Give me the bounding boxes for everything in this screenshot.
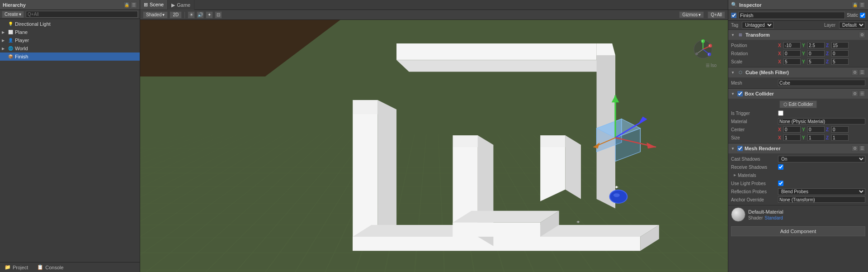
use-light-probes-checkbox[interactable] (778, 181, 783, 186)
position-label: Position (731, 43, 776, 48)
hierarchy-menu-icon[interactable]: ☰ (131, 2, 137, 8)
size-x-input[interactable] (783, 134, 801, 141)
box-collider-header[interactable]: ▼ Box Collider ⚙ ☰ (728, 89, 868, 99)
add-component-button[interactable]: Add Component (731, 226, 865, 236)
mesh-filter-settings-icon[interactable]: ⚙ (852, 69, 858, 76)
directional-light-icon: 💡 (7, 21, 14, 27)
mesh-renderer-enabled-checkbox[interactable] (737, 146, 743, 151)
transform-settings-icon[interactable]: ⚙ (859, 32, 865, 38)
scene-content: ✦ ✦ (140, 20, 728, 272)
scale-z-input[interactable] (831, 58, 849, 65)
object-enabled-checkbox[interactable] (731, 13, 736, 18)
inspector-menu-icon[interactable]: ☰ (859, 2, 865, 8)
mesh-renderer-header[interactable]: ▼ Mesh Renderer ⚙ ☰ (728, 143, 868, 153)
mesh-filter-menu-icon[interactable]: ☰ (859, 69, 865, 76)
hierarchy-item-finish[interactable]: 📦 Finish (0, 52, 140, 61)
2d-toggle-button[interactable]: 2D (170, 11, 182, 19)
plane-icon: ⬜ (7, 29, 14, 35)
rotation-y-input[interactable] (807, 50, 825, 57)
position-y-input[interactable] (807, 42, 825, 48)
sizex-letter: X (778, 135, 783, 140)
inspector-lock-icon[interactable]: 🔒 (852, 2, 858, 8)
layer-dropdown[interactable]: Default (839, 22, 865, 29)
cast-shadows-label: Cast Shadows (731, 157, 776, 162)
hierarchy-item-world[interactable]: ▶ 🌐 World (0, 44, 140, 52)
shader-value[interactable]: Standard (764, 215, 783, 220)
effects-toggle-icon[interactable]: ✦ (206, 11, 213, 19)
scene-tab[interactable]: ⊞ Scene (140, 0, 168, 10)
rotation-z-input[interactable] (831, 50, 849, 57)
position-x-input[interactable] (783, 42, 801, 48)
mesh-renderer-menu-icon[interactable]: ☰ (859, 145, 865, 152)
audio-toggle-icon[interactable]: 🔊 (197, 11, 204, 19)
scale-y-input[interactable] (807, 58, 825, 65)
scale-xyz: X Y Z (778, 58, 865, 65)
hierarchy-lock-icon[interactable]: 🔒 (123, 2, 130, 8)
hierarchy-search-input[interactable] (26, 11, 138, 18)
box-collider-title: Box Collider (745, 91, 850, 96)
object-name-input[interactable] (738, 12, 845, 19)
center-x-field: X (778, 126, 801, 133)
center-y-input[interactable] (807, 126, 825, 133)
mesh-filter-header[interactable]: ▼ ⬡ Cube (Mesh Filter) ⚙ ☰ (728, 67, 868, 77)
box-collider-enabled-checkbox[interactable] (737, 91, 743, 96)
scene-viewport[interactable]: ✦ ✦ Y X Z (140, 20, 728, 272)
game-tab[interactable]: ▶ Game (168, 0, 194, 10)
box-collider-settings-icon[interactable]: ⚙ (852, 91, 858, 97)
box-collider-body: ⬡ Edit Collider Is Trigger Material Cent… (728, 99, 868, 143)
shader-label: Shader (748, 215, 763, 220)
world-icon: 🌐 (7, 45, 14, 52)
z-letter: Z (826, 43, 830, 48)
box-collider-menu-icon[interactable]: ☰ (859, 91, 865, 97)
svg-marker-16 (565, 135, 581, 199)
center-z-input[interactable] (831, 126, 849, 133)
console-tab[interactable]: 📋 Console (33, 262, 68, 272)
light-toggle-icon[interactable]: ☀ (188, 11, 195, 19)
create-arrow-icon: ▾ (19, 12, 21, 17)
all-objects-filter[interactable]: Q+All (708, 11, 725, 19)
transform-header[interactable]: ▼ ⊞ Transform ⚙ (728, 30, 868, 40)
anchor-override-input[interactable] (778, 196, 865, 203)
static-checkbox[interactable] (860, 13, 865, 18)
reflection-probes-label: Reflection Probes (731, 189, 776, 194)
size-y-input[interactable] (807, 134, 825, 141)
inspector-header: 🔍 Inspector 🔒 ☰ (728, 0, 868, 10)
is-trigger-checkbox[interactable] (778, 110, 783, 116)
rotation-x-input[interactable] (783, 50, 801, 57)
center-x-input[interactable] (783, 126, 801, 133)
position-z-field: Z (826, 42, 849, 48)
size-z-input[interactable] (831, 134, 849, 141)
mesh-filter-body: Mesh (728, 77, 868, 88)
center-label: Center (731, 127, 776, 132)
collider-material-input[interactable] (778, 118, 865, 124)
scene-tab-icon: ⊞ (144, 2, 148, 8)
material-info: Default-Material Shader Standard (748, 209, 783, 220)
cz-letter: Z (826, 127, 830, 132)
size-label: Size (731, 135, 776, 140)
size-z-field: Z (826, 134, 849, 141)
overlay-toggle-icon[interactable]: ⊡ (215, 11, 222, 19)
position-z-input[interactable] (831, 42, 849, 48)
mesh-value-input[interactable] (778, 80, 865, 86)
y-letter: Y (802, 43, 807, 48)
hierarchy-item-player[interactable]: ▶ 👤 Player (0, 36, 140, 44)
game-tab-icon: ▶ (171, 2, 175, 8)
receive-shadows-checkbox[interactable] (778, 164, 783, 170)
shading-mode-button[interactable]: Shaded ▾ (143, 11, 168, 19)
hierarchy-toolbar: Create ▾ (0, 10, 140, 19)
hierarchy-item-plane[interactable]: ▶ ⬜ Plane (0, 28, 140, 36)
scene-gizmo[interactable]: Y X Z (692, 38, 714, 61)
tag-dropdown[interactable]: Untagged (742, 22, 774, 29)
scale-x-input[interactable] (783, 58, 801, 65)
project-tab[interactable]: 📁 Project (0, 262, 33, 272)
cast-shadows-select[interactable]: On (778, 156, 865, 162)
reflection-probes-select[interactable]: Blend Probes (778, 188, 865, 195)
hierarchy-item-directional-light[interactable]: 💡 Directional Light (0, 20, 140, 28)
is-trigger-label: Is Trigger (731, 111, 776, 116)
receive-shadows-row: Receive Shadows (731, 163, 865, 171)
mesh-renderer-settings-icon[interactable]: ⚙ (852, 145, 858, 152)
edit-collider-button[interactable]: ⬡ Edit Collider (779, 100, 817, 108)
gizmos-button[interactable]: Gizmos ▾ (679, 11, 704, 18)
create-button[interactable]: Create ▾ (2, 11, 24, 18)
item-arrow: ▶ (2, 30, 7, 34)
